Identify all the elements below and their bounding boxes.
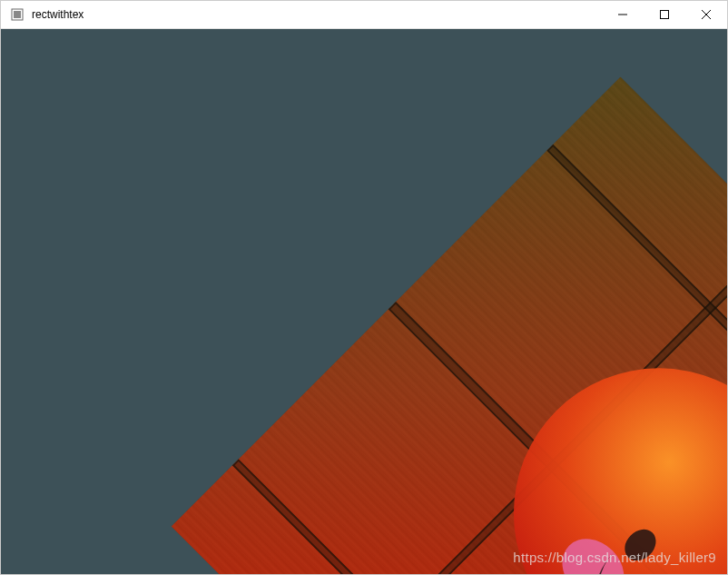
app-icon [10, 7, 25, 22]
close-icon [702, 10, 711, 19]
window-title: rectwithtex [32, 8, 602, 21]
maximize-icon [660, 10, 669, 19]
maximize-button[interactable] [644, 1, 685, 28]
viewport: https://blog.csdn.net/lady_killer9 [1, 29, 727, 574]
svg-rect-3 [661, 11, 669, 19]
watermark-text: https://blog.csdn.net/lady_killer9 [513, 550, 716, 565]
minimize-button[interactable] [602, 1, 644, 28]
svg-rect-1 [14, 11, 21, 18]
application-window: rectwithtex [0, 0, 728, 575]
minimize-icon [618, 10, 627, 19]
textured-quad [172, 77, 727, 574]
window-controls [602, 1, 727, 28]
close-button[interactable] [685, 1, 727, 28]
titlebar[interactable]: rectwithtex [1, 1, 727, 29]
